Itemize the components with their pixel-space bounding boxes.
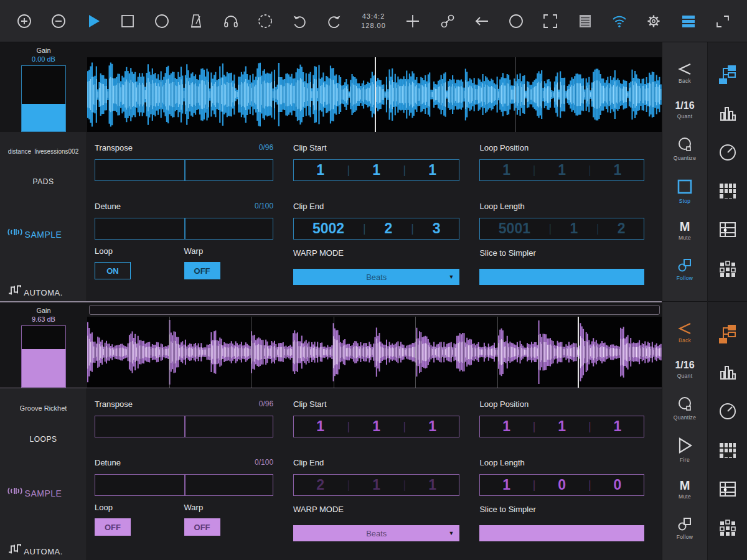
clip-a-nav: distance_livesessions002 PADS SAMPLE AUT… <box>0 132 87 301</box>
clip-a-controls: Transpose 0/96 Detune 0/100 <box>87 132 662 301</box>
quantize-icon <box>676 395 693 413</box>
metronome-button[interactable] <box>182 7 210 35</box>
clip-end-value[interactable]: 2| 1| 1 <box>293 474 459 496</box>
pads-view-button[interactable] <box>718 181 738 201</box>
browser-button[interactable] <box>571 7 599 35</box>
back-chevron-icon <box>675 62 694 76</box>
session-view-button[interactable] <box>717 65 738 85</box>
record-button[interactable] <box>148 7 176 35</box>
detune-slider[interactable] <box>95 218 273 240</box>
mixer-view-button[interactable] <box>718 104 738 124</box>
add-button[interactable] <box>398 7 427 35</box>
back-button[interactable]: Back <box>675 62 694 84</box>
follow-button[interactable]: Follow <box>676 516 693 540</box>
fullscreen-button[interactable] <box>536 7 565 35</box>
pads-view-button[interactable] <box>718 441 738 460</box>
quantization-button[interactable]: 1/16 Quant <box>675 360 694 379</box>
clip-end-value[interactable]: 5002| 2| 3 <box>293 218 459 240</box>
bar-chart-icon <box>718 104 738 124</box>
redo-button[interactable] <box>320 7 349 35</box>
stop-clip-button[interactable]: Stop <box>675 177 694 204</box>
sample-name: distance_livesessions002 <box>8 148 78 154</box>
fire-clip-button[interactable]: Fire <box>675 436 694 463</box>
clip-a-quick-controls: Back 1/16 Quant Quantize Stop <box>662 42 707 301</box>
split-grid-icon <box>718 479 738 499</box>
clip-end-tick: 3 <box>433 220 441 237</box>
clip-a-wave-row: Gain 0.00 dB <box>0 42 662 132</box>
settings-gear-button[interactable] <box>639 7 668 35</box>
clip-start-value[interactable]: 1| 1| 1 <box>293 416 459 437</box>
loop-position-value[interactable]: 1| 1| 1 <box>479 416 644 437</box>
warp-mode-value: Beats <box>366 529 387 538</box>
headphones-button[interactable] <box>217 7 245 35</box>
tab-automation[interactable]: AUTOMA. <box>0 544 87 560</box>
loop-toggle[interactable]: ON <box>95 262 131 279</box>
song-position-display[interactable]: 43:4:2 128.00 <box>354 12 393 30</box>
dice-grid-icon <box>718 518 738 538</box>
tempo-view-button[interactable] <box>718 401 738 421</box>
expand-corner-button[interactable] <box>708 7 737 35</box>
quantization-button[interactable]: 1/16 Quant <box>675 100 694 119</box>
beat-divider <box>169 317 170 388</box>
mute-button[interactable]: M Mute <box>679 220 691 241</box>
warp-toggle[interactable]: OFF <box>184 262 220 279</box>
add-circle-button[interactable] <box>10 7 39 35</box>
clip-start-value[interactable]: 1| 1| 1 <box>293 159 459 181</box>
tab-loops[interactable]: LOOPS <box>0 435 87 447</box>
slice-to-simpler-button[interactable] <box>479 525 644 541</box>
tab-sample[interactable]: SAMPLE <box>0 485 87 502</box>
detune-label: Detune <box>95 202 121 211</box>
marker-a <box>515 57 516 132</box>
pads-grid-icon <box>718 441 738 460</box>
overdub-button[interactable] <box>502 7 530 35</box>
clip-start-beat: 1 <box>372 162 380 179</box>
tab-pads[interactable]: PADS <box>0 177 87 188</box>
link-button[interactable] <box>433 7 462 35</box>
quantize-button[interactable]: Quantize <box>674 136 696 161</box>
warp-mode-dropdown[interactable]: Beats ▼ <box>293 525 459 541</box>
gain-fader[interactable] <box>21 325 66 388</box>
arrangement-view-button[interactable] <box>718 220 738 240</box>
keys-view-button[interactable] <box>718 518 738 538</box>
loop-position-value[interactable]: 1| 1| 1 <box>479 159 644 181</box>
quantize-icon <box>676 136 693 153</box>
warp-mode-dropdown[interactable]: Beats ▼ <box>293 269 459 285</box>
tempo-view-button[interactable] <box>718 142 738 162</box>
detune-range: 0/100 <box>255 458 273 467</box>
waveform-b <box>87 317 662 388</box>
quantize-button[interactable]: Quantize <box>674 395 696 421</box>
follow-button[interactable]: Follow <box>676 257 693 281</box>
wave-scroll-bar[interactable] <box>89 305 660 315</box>
wifi-button[interactable] <box>605 7 634 35</box>
loop-toggle[interactable]: OFF <box>95 518 131 536</box>
mixer-view-button[interactable] <box>718 363 738 383</box>
mixer-button[interactable] <box>674 7 703 35</box>
tempo-value: 128.00 <box>354 21 393 30</box>
warp-toggle[interactable]: OFF <box>184 518 220 536</box>
remove-circle-button[interactable] <box>44 7 73 35</box>
stop-button[interactable] <box>113 7 142 35</box>
slice-to-simpler-button[interactable] <box>479 269 644 285</box>
loop-length-value[interactable]: 1| 0| 0 <box>479 474 644 496</box>
session-view-button[interactable] <box>717 324 738 344</box>
tab-sample[interactable]: SAMPLE <box>0 226 87 243</box>
back-arrow-button[interactable] <box>467 7 496 35</box>
tab-automation[interactable]: AUTOMA. <box>0 285 87 301</box>
waveform-display-a[interactable] <box>87 57 662 132</box>
mute-button[interactable]: M Mute <box>679 479 691 500</box>
keys-view-button[interactable] <box>718 259 738 279</box>
undo-button[interactable] <box>285 7 314 35</box>
transpose-slider[interactable] <box>95 159 273 181</box>
waveform-display-b[interactable] <box>87 317 662 388</box>
touch-daw-app: 43:4:2 128.00 Gain 0.00 dB <box>0 0 747 560</box>
gain-fader[interactable] <box>21 65 66 132</box>
loop-length-value[interactable]: 5001| 1| 2 <box>479 218 644 240</box>
play-button[interactable] <box>79 7 108 35</box>
tap-tempo-button[interactable] <box>251 7 280 35</box>
detune-slider[interactable] <box>95 474 273 496</box>
arrangement-view-button[interactable] <box>718 479 738 499</box>
transport-toolbar: 43:4:2 128.00 <box>0 0 747 42</box>
transpose-slider[interactable] <box>95 416 273 437</box>
clip-start-label: Clip Start <box>293 399 326 409</box>
back-button[interactable]: Back <box>675 322 694 343</box>
